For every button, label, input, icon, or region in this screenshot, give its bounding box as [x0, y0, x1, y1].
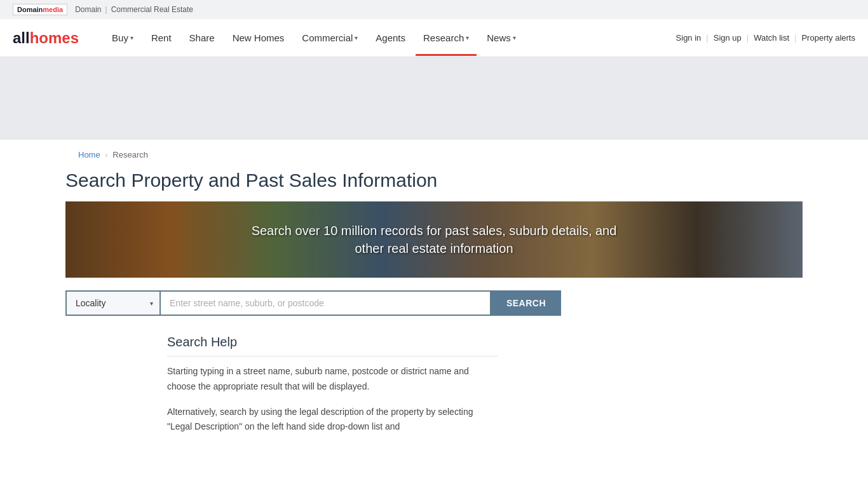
chevron-down-icon: ▾ — [355, 34, 358, 41]
logo[interactable]: allhomes — [13, 29, 79, 47]
hero-image: Search over 10 million records for past … — [65, 201, 803, 278]
top-bar-links: Domain | Commercial Real Estate — [75, 5, 193, 14]
banner-area — [0, 57, 868, 140]
domain-text: Domain — [17, 6, 43, 13]
separator: | — [794, 33, 796, 43]
hero-text: Search over 10 million records for past … — [252, 222, 617, 257]
sign-in-link[interactable]: Sign in — [676, 33, 702, 43]
chevron-down-icon: ▾ — [130, 34, 133, 41]
separator: | — [105, 5, 107, 14]
property-alerts-link[interactable]: Property alerts — [801, 33, 855, 43]
nav-agents[interactable]: Agents — [368, 27, 413, 48]
commercial-real-estate-link[interactable]: Commercial Real Estate — [111, 5, 193, 14]
search-help-paragraph-1: Starting typing in a street name, suburb… — [167, 364, 498, 395]
breadcrumb-home[interactable]: Home — [78, 150, 100, 159]
separator: | — [706, 33, 708, 43]
chevron-down-icon: ▾ — [513, 34, 516, 41]
nav-share-label: Share — [189, 32, 215, 43]
nav-share[interactable]: Share — [182, 27, 222, 48]
nav-research[interactable]: Research ▾ — [416, 27, 477, 48]
nav-news[interactable]: News ▾ — [479, 27, 524, 48]
top-bar: Domain media Domain | Commercial Real Es… — [0, 0, 868, 19]
nav-agents-label: Agents — [376, 32, 405, 43]
search-type-dropdown-wrapper[interactable]: Locality Legal Description ▾ — [65, 290, 161, 316]
nav-commercial[interactable]: Commercial ▾ — [294, 27, 365, 48]
search-help-title: Search Help — [167, 335, 498, 356]
nav-buy-label: Buy — [112, 32, 128, 43]
search-input[interactable] — [161, 290, 491, 316]
breadcrumb-current: Research — [112, 150, 148, 159]
nav-new-homes[interactable]: New Homes — [225, 27, 292, 48]
logo-homes-text: homes — [30, 29, 79, 47]
hero-subtitle-line1: Search over 10 million records for past … — [252, 222, 617, 240]
nav-rent[interactable]: Rent — [144, 27, 179, 48]
header: allhomes Buy ▾ Rent Share New Homes Comm… — [0, 19, 868, 57]
watch-list-link[interactable]: Watch list — [754, 33, 789, 43]
sign-up-link[interactable]: Sign up — [714, 33, 742, 43]
nav-rent-label: Rent — [151, 32, 172, 43]
main-content: Search Property and Past Sales Informati… — [53, 170, 815, 470]
main-nav: Buy ▾ Rent Share New Homes Commercial ▾ … — [104, 27, 676, 48]
domain-media-logo: Domain media — [13, 4, 67, 15]
page-title: Search Property and Past Sales Informati… — [65, 170, 803, 191]
logo-all-text: all — [13, 29, 30, 47]
header-right: Sign in | Sign up | Watch list | Propert… — [676, 33, 855, 43]
nav-research-label: Research — [423, 32, 464, 43]
breadcrumb: Home › Research — [65, 140, 803, 170]
separator: | — [747, 33, 749, 43]
domain-link[interactable]: Domain — [75, 5, 101, 14]
nav-news-label: News — [487, 32, 511, 43]
search-help-paragraph-2: Alternatively, search by using the legal… — [167, 405, 498, 435]
media-text: media — [43, 6, 63, 13]
hero-subtitle-line2: other real estate information — [252, 240, 617, 257]
nav-new-homes-label: New Homes — [233, 32, 285, 43]
chevron-right-icon: › — [105, 151, 108, 159]
chevron-down-icon: ▾ — [466, 34, 469, 41]
search-button[interactable]: SEARCH — [491, 290, 561, 316]
nav-buy[interactable]: Buy ▾ — [104, 27, 141, 48]
nav-commercial-label: Commercial — [302, 32, 353, 43]
search-bar: Locality Legal Description ▾ SEARCH — [65, 290, 561, 316]
search-help: Search Help Starting typing in a street … — [167, 335, 498, 435]
search-type-select[interactable]: Locality Legal Description — [76, 298, 151, 308]
